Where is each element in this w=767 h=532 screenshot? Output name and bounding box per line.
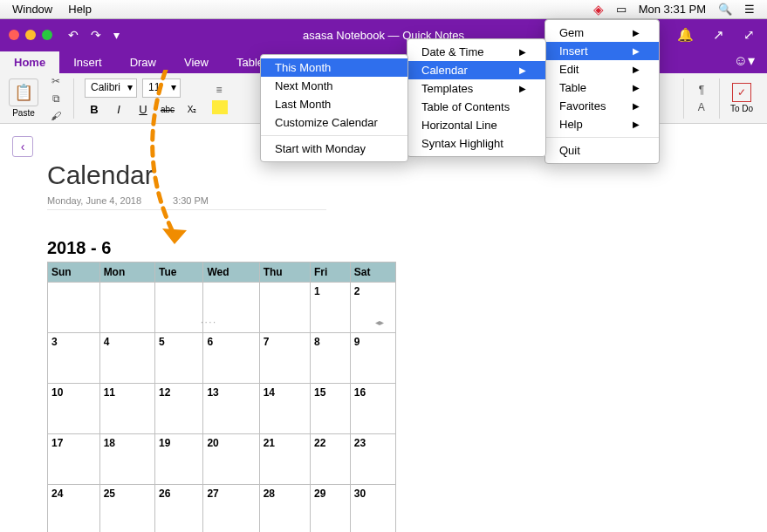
calendar-cell[interactable]: 5 bbox=[154, 333, 202, 384]
font-family-select[interactable]: Calibri ▾ bbox=[85, 78, 137, 98]
tab-draw[interactable]: Draw bbox=[116, 51, 170, 73]
minimize-window-button[interactable] bbox=[25, 30, 36, 40]
share-icon[interactable]: ↗ bbox=[713, 27, 724, 43]
calendar-cell[interactable]: 16 bbox=[350, 384, 395, 434]
calendar-cell[interactable]: 21 bbox=[259, 434, 310, 485]
gem-menu-favorites[interactable]: Favorites▶ bbox=[545, 97, 659, 115]
day-header: Mon bbox=[99, 263, 154, 283]
gem-menu-edit[interactable]: Edit▶ bbox=[545, 60, 659, 78]
calendar-this-month[interactable]: This Month bbox=[261, 58, 407, 77]
calendar-cell[interactable]: 25 bbox=[99, 485, 154, 533]
spotlight-icon[interactable]: 🔍 bbox=[718, 3, 732, 16]
calendar-container[interactable]: 2018 - 6 Sun Mon Tue Wed Thu Fri Sat 123… bbox=[47, 235, 396, 532]
account-icon[interactable]: ☺▾ bbox=[722, 48, 767, 73]
calendar-cell[interactable]: 8 bbox=[311, 333, 351, 384]
container-handle[interactable]: ···· bbox=[201, 317, 217, 327]
tab-insert[interactable]: Insert bbox=[59, 51, 116, 73]
redo-icon[interactable]: ↷ bbox=[91, 28, 101, 42]
back-button[interactable]: ‹ bbox=[12, 136, 33, 157]
calendar-cell[interactable]: 19 bbox=[154, 434, 202, 485]
cut-icon[interactable]: ✂ bbox=[49, 74, 63, 88]
calendar-cell[interactable]: 28 bbox=[259, 485, 310, 533]
gem-menu-gem[interactable]: Gem▶ bbox=[545, 24, 659, 42]
page-title[interactable]: Calendar bbox=[47, 160, 767, 190]
bold-button[interactable]: B bbox=[85, 101, 104, 119]
calendar-cell[interactable]: 7 bbox=[259, 333, 310, 384]
calendar-cell[interactable]: 18 bbox=[99, 434, 154, 485]
italic-button[interactable]: I bbox=[109, 101, 128, 119]
insert-templates[interactable]: Templates▶ bbox=[407, 79, 545, 98]
calendar-customize[interactable]: Customize Calendar bbox=[261, 113, 407, 132]
tab-home[interactable]: Home bbox=[0, 51, 59, 73]
paste-button[interactable]: 📋 bbox=[9, 78, 38, 106]
highlight-icon[interactable] bbox=[212, 100, 228, 114]
clear-format-icon[interactable]: A bbox=[695, 100, 709, 114]
calendar-cell[interactable] bbox=[48, 283, 100, 333]
format-painter-icon[interactable]: 🖌 bbox=[49, 109, 63, 123]
font-size-select[interactable]: 11 ▾ bbox=[142, 78, 181, 98]
insert-hline[interactable]: Horizontal Line bbox=[407, 116, 545, 134]
calendar-cell[interactable]: 15 bbox=[311, 384, 351, 434]
undo-icon[interactable]: ↶ bbox=[68, 28, 79, 42]
calendar-last-month[interactable]: Last Month bbox=[261, 95, 407, 113]
menu-extras-icon[interactable]: ☰ bbox=[744, 3, 755, 16]
calendar-cell[interactable]: 2 bbox=[350, 283, 395, 333]
zoom-window-button[interactable] bbox=[42, 30, 52, 40]
heading1-icon[interactable]: ¶ bbox=[695, 83, 709, 97]
calendar-cell[interactable]: 23 bbox=[350, 434, 395, 485]
insert-syntax[interactable]: Syntax Highlight bbox=[407, 134, 545, 153]
mac-menu-window[interactable]: Window bbox=[12, 3, 52, 16]
calendar-cell[interactable]: 10 bbox=[48, 384, 100, 434]
calendar-cell[interactable]: 11 bbox=[99, 384, 154, 434]
gem-status-icon[interactable]: ◈ bbox=[593, 2, 604, 17]
tab-view[interactable]: View bbox=[170, 51, 223, 73]
calendar-cell[interactable] bbox=[99, 283, 154, 333]
calendar-cell[interactable]: 22 bbox=[311, 434, 351, 485]
underline-button[interactable]: U bbox=[134, 101, 153, 119]
customize-qat-icon[interactable]: ▾ bbox=[113, 28, 120, 42]
bullet-list-icon[interactable]: ≡ bbox=[212, 83, 226, 97]
calendar-cell[interactable]: 1 bbox=[311, 283, 351, 333]
calendar-row: 17181920212223 bbox=[48, 434, 396, 485]
fullscreen-icon[interactable]: ⤢ bbox=[743, 27, 755, 43]
calendar-cell[interactable]: 14 bbox=[259, 384, 310, 434]
calendar-cell[interactable]: 29 bbox=[311, 485, 351, 533]
calendar-cell[interactable] bbox=[154, 283, 202, 333]
calendar-start-monday[interactable]: Start with Monday bbox=[261, 140, 407, 158]
copy-icon[interactable]: ⧉ bbox=[49, 92, 63, 106]
insert-datetime[interactable]: Date & Time▶ bbox=[407, 43, 545, 61]
gem-menu-help[interactable]: Help▶ bbox=[545, 115, 659, 133]
strikethrough-button[interactable]: abc bbox=[158, 101, 177, 119]
airplay-icon[interactable]: ▭ bbox=[616, 3, 627, 16]
notifications-icon[interactable]: 🔔 bbox=[677, 27, 694, 43]
gem-menu-quit[interactable]: Quit bbox=[545, 141, 659, 160]
calendar-cell[interactable]: 20 bbox=[203, 434, 259, 485]
calendar-cell[interactable]: 4 bbox=[99, 333, 154, 384]
calendar-title: 2018 - 6 bbox=[47, 235, 396, 262]
calendar-cell[interactable]: 24 bbox=[48, 485, 100, 533]
calendar-cell[interactable]: 27 bbox=[203, 485, 259, 533]
calendar-cell[interactable] bbox=[259, 283, 310, 333]
subscript-button[interactable]: X₂ bbox=[182, 101, 202, 119]
calendar-cell[interactable]: 6 bbox=[203, 333, 259, 384]
clock[interactable]: Mon 3:31 PM bbox=[639, 3, 706, 16]
container-resize[interactable]: ◂▸ bbox=[375, 317, 384, 327]
calendar-cell[interactable]: 30 bbox=[350, 485, 395, 533]
gem-menu-table[interactable]: Table▶ bbox=[545, 78, 659, 97]
todo-tag-button[interactable]: ✓ bbox=[732, 83, 751, 102]
calendar-cell[interactable]: 3 bbox=[48, 333, 100, 384]
close-window-button[interactable] bbox=[9, 30, 19, 40]
mac-menu-help[interactable]: Help bbox=[68, 3, 92, 16]
page-canvas: ‹ Calendar Monday, June 4, 2018 3:30 PM … bbox=[0, 124, 767, 532]
day-header: Wed bbox=[203, 263, 259, 283]
insert-calendar[interactable]: Calendar▶ bbox=[407, 61, 545, 79]
calendar-cell[interactable]: 9 bbox=[350, 333, 395, 384]
calendar-cell[interactable]: 26 bbox=[154, 485, 202, 533]
calendar-cell[interactable]: 12 bbox=[154, 384, 202, 434]
calendar-cell[interactable]: 17 bbox=[48, 434, 100, 485]
insert-toc[interactable]: Table of Contents bbox=[407, 98, 545, 116]
calendar-next-month[interactable]: Next Month bbox=[261, 77, 407, 95]
calendar-cell[interactable]: 13 bbox=[203, 384, 259, 434]
calendar-row: 10111213141516 bbox=[48, 384, 396, 434]
gem-menu-insert[interactable]: Insert▶ bbox=[545, 42, 659, 60]
